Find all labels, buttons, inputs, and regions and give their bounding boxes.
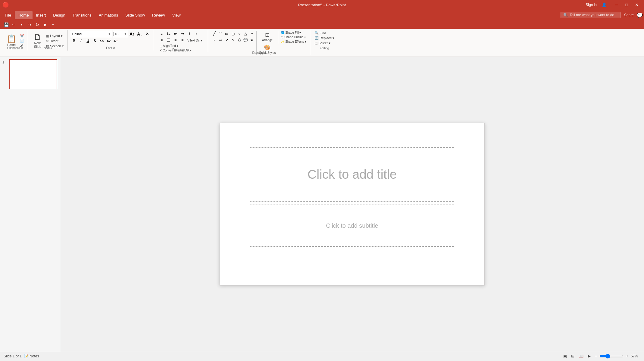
shape-arc[interactable]: ⌒ (217, 31, 224, 37)
window-title: Presentation5 - PowerPoint (63, 3, 581, 7)
title-placeholder[interactable]: Click to add title (250, 147, 454, 202)
font-size-selector[interactable]: 18 ▼ (113, 31, 128, 37)
shape-star[interactable]: ★ (249, 37, 255, 43)
shape-callout[interactable]: 💬 (243, 37, 249, 43)
bold-button[interactable]: B (71, 38, 77, 44)
menu-insert[interactable]: Insert (33, 11, 50, 19)
increase-indent-button[interactable]: ⇥ (179, 31, 186, 37)
replace-button[interactable]: 🔄 Replace ▾ (313, 36, 336, 40)
ribbon-group-paragraph: ≡ 1≡ ⇤ ⇥ ⫴ ↕ ≡ ☰ ≡ ≡ ⤵ Text Dir ▾ ⬚ Alig… (154, 30, 208, 52)
zoom-level-label[interactable]: 67% (631, 354, 640, 358)
shape-roundrect[interactable]: ▢ (230, 31, 236, 37)
shape-line[interactable]: ╱ (211, 31, 217, 37)
underline-button[interactable]: U (85, 38, 91, 44)
char-spacing-button[interactable]: AV (105, 38, 112, 44)
justify-button[interactable]: ≡ (179, 37, 186, 43)
restore-button[interactable]: □ (622, 1, 631, 9)
align-text-button[interactable]: ⬚ Align Text ▾ (158, 44, 203, 48)
slide-1-thumbnail[interactable] (9, 59, 57, 89)
font-size-dropdown[interactable]: ▼ (123, 32, 128, 35)
decrease-font-button[interactable]: A↓ (136, 31, 143, 37)
subtitle-placeholder[interactable]: Click to add subtitle (250, 205, 454, 247)
shape-ellipse[interactable]: ○ (236, 31, 242, 37)
profile-icon: 👤 (602, 2, 607, 7)
redo-button[interactable]: ↪ (26, 21, 33, 28)
search-input[interactable] (570, 13, 618, 17)
font-name-selector[interactable]: Calibri ▼ (71, 31, 112, 37)
menu-design[interactable]: Design (49, 11, 69, 19)
cut-button[interactable]: ✂️ (19, 34, 25, 38)
slide-canvas[interactable]: Click to add title Click to add subtitle (220, 123, 485, 285)
slideshow-button[interactable]: ▶ (586, 353, 592, 359)
align-left-button[interactable]: ≡ (158, 37, 165, 43)
shape-fill-button[interactable]: 🪣 Shape Fill ▾ (280, 31, 308, 35)
slide-panel: 1 (0, 57, 60, 352)
font-color-button[interactable]: A▬ (112, 38, 119, 44)
undo-button[interactable]: ↩ (10, 21, 17, 28)
decrease-indent-button[interactable]: ⇤ (172, 31, 179, 37)
shape-pentagon[interactable]: ⬠ (236, 37, 242, 43)
save-button[interactable]: 💾 (2, 21, 10, 28)
shape-outline-button[interactable]: ⬡ Shape Outline ▾ (280, 35, 308, 39)
start-presentation-button[interactable]: ▶ (42, 21, 49, 28)
ribbon-group-slides: 🗋 NewSlide ▦ Layout ▾ ↺ Reset ▤ Section … (29, 30, 68, 51)
shape-arrow2[interactable]: ⇒ (217, 37, 224, 43)
copy-button[interactable]: 📄 (19, 39, 25, 43)
shapes-grid: ╱ ⌒ ▭ ▢ ○ △ ▼ → ⇒ ↗ ⤷ ⬠ 💬 ★ (211, 31, 255, 43)
menu-animations[interactable]: Animations (95, 11, 122, 19)
shape-effects-button[interactable]: ✨ Shape Effects ▾ (280, 40, 308, 44)
canvas-area[interactable]: Click to add title Click to add subtitle (60, 57, 644, 352)
close-button[interactable]: ✕ (632, 1, 642, 9)
title-bar-left: 🔴 (2, 2, 63, 8)
align-right-button[interactable]: ≡ (172, 37, 179, 43)
bullets-button[interactable]: ≡ (158, 31, 165, 37)
new-slide-icon: 🗋 (34, 33, 42, 41)
shape-rect[interactable]: ▭ (224, 31, 230, 37)
editing-label: Editing (320, 47, 329, 50)
numbering-button[interactable]: 1≡ (165, 31, 172, 37)
title-bar: 🔴 Presentation5 - PowerPoint Sign in 👤 ─… (0, 0, 644, 10)
minimize-button[interactable]: ─ (611, 1, 621, 9)
ribbon-group-clipboard: 📋 Paste ✂️ 📄 🖌 Clipboard ⧉ (2, 30, 28, 51)
undo-dropdown[interactable]: ▼ (18, 21, 25, 28)
reading-view-button[interactable]: 📖 (577, 353, 585, 359)
repeat-button[interactable]: ↻ (34, 21, 41, 28)
menu-view[interactable]: View (169, 11, 184, 19)
slide-sorter-button[interactable]: ⊞ (570, 353, 576, 359)
font-name-dropdown[interactable]: ▼ (107, 32, 112, 35)
shape-triangle[interactable]: △ (243, 31, 249, 37)
text-direction-button[interactable]: ⤵ Text Dir ▾ (186, 39, 203, 42)
menu-review[interactable]: Review (148, 11, 169, 19)
customize-qa-button[interactable]: ▼ (49, 21, 57, 28)
find-button[interactable]: 🔍 Find (313, 31, 327, 35)
zoom-slider-input[interactable] (599, 354, 624, 359)
clear-formatting-button[interactable]: ✕ (144, 31, 151, 37)
search-bar[interactable]: 🔍 (561, 12, 621, 18)
shapes-more[interactable]: ▼ (249, 31, 255, 37)
layout-button[interactable]: ▦ Layout ▾ (45, 34, 65, 38)
increase-font-button[interactable]: A↑ (129, 31, 136, 37)
menu-slideshow[interactable]: Slide Show (122, 11, 148, 19)
select-button[interactable]: ⬚ Select ▾ (313, 41, 332, 45)
status-notes-button[interactable]: 📝 Notes (24, 354, 39, 358)
menu-transitions[interactable]: Transitions (69, 11, 95, 19)
menu-home[interactable]: Home (15, 11, 33, 19)
share-button[interactable]: Share (624, 13, 634, 17)
zoom-out-button[interactable]: − (594, 353, 599, 359)
shape-arrow4[interactable]: ⤷ (230, 37, 236, 43)
italic-button[interactable]: I (78, 38, 84, 44)
shadow-button[interactable]: ab (98, 38, 105, 44)
shape-arrow1[interactable]: → (211, 37, 217, 43)
menu-file[interactable]: File (1, 11, 15, 19)
line-spacing-button[interactable]: ↕ (193, 31, 200, 37)
reset-button[interactable]: ↺ Reset (45, 39, 65, 43)
shape-arrow3[interactable]: ↗ (224, 37, 230, 43)
sign-in-link[interactable]: Sign in (586, 3, 597, 7)
new-slide-button[interactable]: 🗋 NewSlide (31, 32, 44, 49)
columns-button[interactable]: ⫴ (186, 31, 193, 37)
align-center-button[interactable]: ☰ (165, 37, 172, 43)
zoom-in-button[interactable]: + (625, 353, 630, 359)
arrange-button[interactable]: ⊡ Arrange (258, 31, 277, 43)
normal-view-button[interactable]: ▣ (562, 353, 568, 359)
strikethrough-button[interactable]: S (92, 38, 98, 44)
